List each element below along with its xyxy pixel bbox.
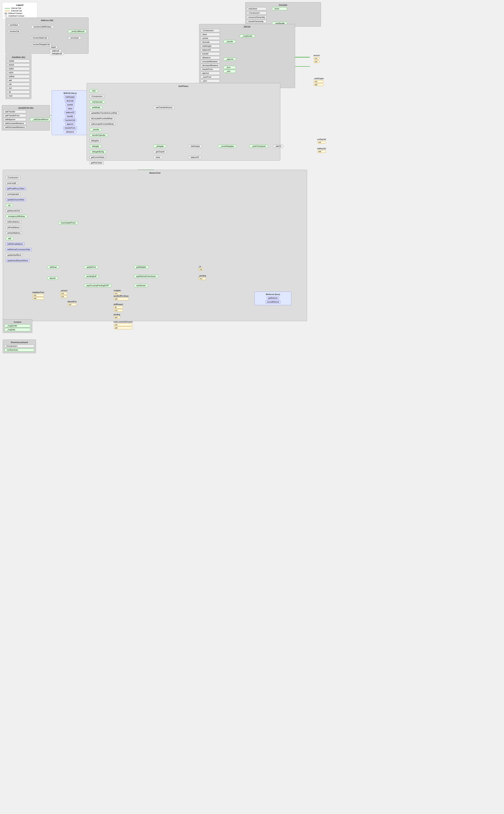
mc-totalallocpoint-add: add bbox=[32, 297, 44, 300]
safemath-div: div bbox=[7, 90, 30, 94]
mc-getharvestuntil: getHarvestUntil bbox=[6, 209, 21, 212]
mc-updatestartblock: updateStartBlock bbox=[6, 253, 23, 257]
diagram-container: Legend Internal Call External Call Defin… bbox=[0, 0, 504, 814]
dufftoken-contract: DuffToken mint <Constructor> onlyOperato… bbox=[87, 83, 280, 160]
totalsupply-sub: sub bbox=[314, 80, 324, 83]
erc20-contract: ERC20 <Constructor> name symbol decimals… bbox=[199, 24, 295, 88]
erc20-transferfrom: transferFrom bbox=[201, 68, 220, 71]
mc-pendingduff: pendingDuff bbox=[84, 275, 99, 278]
mc-nonduplicated: nonDuplicated bbox=[6, 193, 20, 196]
mc-accduffpershare-add: add bbox=[114, 298, 129, 300]
erc20-decreaseallowance: decreaseAllowance bbox=[201, 64, 220, 67]
dt-safe32: safe32 bbox=[273, 145, 283, 148]
dt-getchainid: getChainId bbox=[153, 150, 167, 153]
dt-mint: mint bbox=[90, 89, 98, 92]
safeerc20-safetransfer: safeTransfer bbox=[4, 110, 26, 113]
safemath-trymod: tryMod bbox=[7, 75, 30, 78]
dt-name: name bbox=[153, 156, 163, 159]
mc-duffreward-mul: mul bbox=[114, 309, 123, 312]
safemath-lib-contract: SafeMath (lib) tryAdd trySub tryMul tryD… bbox=[6, 54, 31, 99]
mc-amount-mul: mul bbox=[60, 292, 67, 295]
dt-updatemaxrate: updateMaxTransferAmountRate bbox=[90, 111, 119, 115]
mc-pending-label: pending bbox=[114, 313, 120, 315]
ownable-owner: owner bbox=[272, 7, 287, 10]
erc20-msgsender: _msgSender bbox=[240, 34, 255, 38]
ierc20-totalsupply: totalSupply bbox=[64, 95, 76, 99]
mc-multiplier-label: multiplier bbox=[114, 289, 121, 291]
mc-totallockedup-sub: sub bbox=[114, 323, 133, 326]
mc-totallockedup-add: add bbox=[114, 326, 133, 329]
safeerc20-lib-contract: SafeERC20 (lib) safeTransfer safeTransfe… bbox=[2, 105, 50, 130]
dstrepold-label: dstRepOld bbox=[317, 148, 326, 150]
mc-multiplier-mul: mul bbox=[114, 292, 121, 295]
mc-accduffpershare-label: accdDuffPerShare bbox=[114, 295, 129, 297]
mc-canharvest: canHarvest bbox=[134, 284, 148, 287]
safeerc20-safedecrease: safeDecreaseAllowance bbox=[4, 126, 26, 129]
ierc20-title: IERC20 (face) bbox=[53, 92, 87, 94]
context-msgdata: _msgData bbox=[4, 328, 31, 331]
safemath-sub: sub bbox=[7, 83, 30, 86]
mc-getmultiplier: getMultiplier bbox=[134, 265, 149, 269]
mc-amount-sub: sub bbox=[60, 295, 67, 298]
external-call-line bbox=[5, 11, 10, 11]
internal-call-line bbox=[5, 8, 10, 8]
ierc20-face-contract: IERC20 (face) totalSupply decimals symbo… bbox=[52, 90, 89, 135]
address-lib-contract: Address (lib) sendValue functionCall fun… bbox=[6, 18, 89, 54]
mc-withdraw: withdraw bbox=[47, 265, 59, 269]
mc-setvaultaddress: setVaultAddress bbox=[6, 231, 22, 234]
erc20-transfer-ellipse: _transfer bbox=[224, 40, 236, 43]
masterchef-title: MasterChef bbox=[5, 172, 305, 174]
mc-totalallocpoint-sub: sub bbox=[32, 294, 44, 296]
dt-antiwhale: antiWhale bbox=[90, 106, 103, 109]
mc-emergencywithdraw: emergencyWithdraw bbox=[6, 215, 27, 218]
ownable-transfer: transferOwnership bbox=[247, 20, 266, 23]
legend-defined-label: Defined Contract bbox=[8, 12, 22, 14]
rg-constructor: <Constructor> bbox=[4, 344, 34, 348]
mc-setfeeaddress: setFeeAddress bbox=[6, 226, 21, 229]
dt-delegatebysig: delegateBySig bbox=[90, 150, 106, 153]
ierc20-functioncall: functionCall bbox=[64, 119, 76, 122]
mc-updatepool: updatePool bbox=[84, 265, 98, 269]
ownable-contract: Ownable onlyOwner <Constructor> renounce… bbox=[245, 2, 321, 27]
totalsupply-group: _totalSupply sub add bbox=[314, 77, 324, 86]
srcrepold-sub: sub bbox=[317, 141, 326, 144]
ierc20-approve: approve bbox=[65, 122, 75, 126]
safemath-trymul: tryMul bbox=[7, 67, 30, 70]
erc20-transfer: transfer bbox=[201, 52, 220, 55]
safemath-tryadd: tryAdd bbox=[7, 59, 30, 63]
reentrancyguard-title: ReentrancyGuard bbox=[4, 341, 34, 343]
ireferral-recordreferral: recordReferral bbox=[266, 300, 280, 303]
address-functiondelegatecall: functionDelegateCall bbox=[31, 43, 51, 46]
erc20-increaseallowance: increaseAllowance bbox=[201, 60, 220, 63]
amount-sub: sub bbox=[314, 60, 320, 63]
address-sendvalue: sendValue bbox=[8, 23, 20, 27]
erc20-symbol: symbol bbox=[201, 37, 220, 40]
amount-label: amount bbox=[314, 54, 320, 56]
rg-nonreentrant: nonReentrant bbox=[4, 348, 34, 351]
dt-onlyoperator: onlyOperator bbox=[90, 100, 105, 103]
mc-setreferralcommissionrate: setReferralCommissionRate bbox=[6, 248, 32, 251]
safemath-trysub: trySub bbox=[7, 63, 30, 66]
erc20-approve: approve bbox=[201, 72, 220, 75]
erc20-name: name bbox=[201, 33, 220, 36]
context-contract: Context _msgSender _msgData bbox=[3, 319, 32, 333]
mc-to-label: _to bbox=[198, 265, 203, 267]
context-title: Context bbox=[4, 321, 31, 323]
ownable-constructor: <Constructor> bbox=[247, 11, 266, 15]
erc20-mint-ellipse: _mint bbox=[224, 70, 236, 73]
safemath-mul: mul bbox=[7, 87, 30, 90]
mc-massupdatepools: massUpdatePools bbox=[58, 221, 78, 224]
dt-delegate-right: _delegate bbox=[153, 145, 166, 148]
srcrepold-group: srcRepOld sub bbox=[317, 138, 326, 144]
ireferral-face-contract: IReferral (face) getReferrer recordRefer… bbox=[254, 291, 291, 305]
legend-undefined-label: Undefined Contract bbox=[8, 15, 24, 17]
mc-deposit: deposit bbox=[47, 277, 58, 280]
mc-depositfee-label: depositFee bbox=[67, 300, 77, 303]
totalsupply-label: _totalSupply bbox=[314, 77, 324, 80]
ierc20-decimals: decimals bbox=[65, 99, 75, 102]
mc-getpoolidforlptoken: getPoolIdForLpToken bbox=[6, 187, 26, 190]
dstrepold-add: add bbox=[317, 150, 326, 153]
ownable-title: Ownable bbox=[247, 4, 319, 6]
address-functioncallwithvalue: functionCallWithValue bbox=[31, 25, 54, 28]
dt-getcurrentvotes: getCurrentVotes bbox=[90, 156, 106, 159]
